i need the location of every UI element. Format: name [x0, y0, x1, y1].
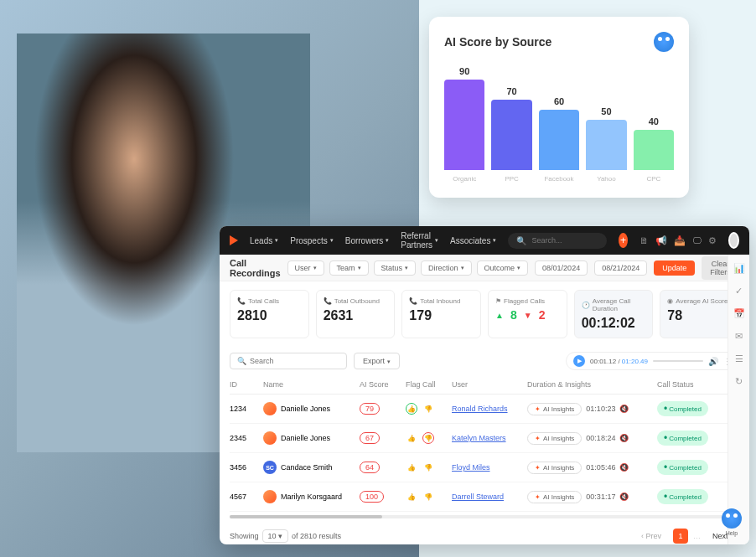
stat-inbound: 📞Total Inbound 179	[401, 290, 481, 338]
thumbs-down-icon[interactable]: 👎	[422, 432, 434, 444]
page-size-select[interactable]: 10 ▾	[262, 529, 289, 543]
thumbs-up-icon[interactable]: 👍	[406, 432, 417, 444]
ai-score-chart-card: AI Score by Source 90 Organic 70 PPC 60 …	[429, 17, 689, 198]
user-avatar[interactable]	[728, 232, 739, 249]
date-to-filter[interactable]: 08/21/2024	[594, 260, 647, 276]
user-link[interactable]: Floyd Miles	[452, 463, 490, 472]
search-icon: 🔍	[237, 357, 246, 365]
chevron-down-icon: ▾	[275, 237, 278, 244]
right-sidebar: 📊 ✓ 📅 ✉ ☰ ↻	[728, 255, 749, 544]
phone-icon: 📞	[237, 297, 246, 305]
stat-flagged: ⚑Flagged Calls ▲8 ▼2	[488, 290, 567, 338]
row-name: Danielle Jones	[263, 402, 360, 415]
stat-total-calls: 📞Total Calls 2810	[230, 290, 309, 338]
row-name: SCCandace Smith	[263, 461, 360, 474]
play-button[interactable]: ▶	[573, 355, 585, 367]
chart-bar: 40 CPC	[634, 116, 674, 183]
thumbs-down-icon[interactable]: 👎	[422, 462, 434, 473]
update-button[interactable]: Update	[654, 260, 695, 276]
nav-item[interactable]: Associates ▾	[450, 231, 496, 250]
thumbs-down-icon[interactable]: 👎	[422, 491, 434, 503]
global-search[interactable]: 🔍	[508, 233, 607, 249]
add-button[interactable]: +	[619, 233, 627, 248]
ai-insights-button[interactable]: AI Insights	[527, 462, 582, 474]
ai-insights-button[interactable]: AI Insights	[527, 403, 582, 415]
nav-item[interactable]: Leads ▾	[250, 231, 278, 250]
check-icon[interactable]: ✓	[735, 286, 743, 297]
filter-status[interactable]: Status ▾	[374, 260, 417, 276]
flag-icon: ⚑	[495, 297, 501, 305]
chart-bar: 70 PPC	[491, 86, 531, 183]
nav-item[interactable]: Borrowers ▾	[345, 231, 390, 250]
duration-text: 01:10:23	[586, 405, 615, 413]
table-header: ID Name AI Score Flag Call User Duration…	[230, 375, 739, 395]
row-id: 2345	[230, 434, 263, 442]
status-badge: Completed	[657, 431, 708, 446]
bot-icon	[722, 508, 742, 529]
chevron-down-icon: ▾	[461, 265, 464, 271]
app-header: Leads ▾Prospects ▾Borrowers ▾Referral Pa…	[220, 226, 749, 255]
speaker-icon[interactable]: 🔇	[619, 493, 629, 501]
table-row: 2345 Danielle Jones 67 👍👎 Katelyn Master…	[230, 424, 739, 453]
filter-outcome[interactable]: Outcome ▾	[477, 260, 529, 276]
filter-direction[interactable]: Direction ▾	[421, 260, 472, 276]
search-input[interactable]	[531, 236, 598, 245]
audio-player: ▶ 00:01.12 / 01:20.49 🔊 ⋮	[566, 352, 739, 370]
monitor-icon[interactable]: 🖵	[692, 235, 702, 246]
stat-avg-duration: 🕐Average Call Duration 00:12:02	[574, 290, 654, 338]
user-link[interactable]: Darrell Steward	[452, 493, 504, 501]
thumbs-up-icon[interactable]: 👍	[406, 403, 417, 415]
ai-insights-button[interactable]: AI Insights	[527, 491, 582, 503]
status-badge: Completed	[657, 489, 708, 504]
chevron-down-icon: ▾	[358, 265, 361, 271]
audio-progress[interactable]	[653, 360, 703, 362]
filter-team[interactable]: Team ▾	[329, 260, 369, 276]
row-id: 4567	[230, 493, 263, 501]
search-icon: 🔍	[516, 236, 526, 245]
volume-icon[interactable]: 🔊	[708, 357, 718, 366]
thumbs-down-icon[interactable]: 👎	[422, 403, 434, 415]
date-from-filter[interactable]: 08/01/2024	[535, 260, 588, 276]
thumbs-up-icon[interactable]: 👍	[406, 462, 417, 473]
chevron-down-icon: ▾	[313, 265, 317, 271]
filter-user[interactable]: User ▾	[287, 260, 324, 276]
inbox-icon[interactable]: 📥	[674, 235, 686, 246]
bot-icon	[654, 32, 674, 52]
chart-bar: 50 Yahoo	[586, 106, 626, 183]
stats-row: 📞Total Calls 2810 📞Total Outbound 2631 📞…	[220, 281, 749, 347]
page-number[interactable]: 1	[673, 529, 688, 544]
nav-item[interactable]: Prospects ▾	[290, 231, 333, 250]
user-link[interactable]: Katelyn Masters	[452, 434, 506, 442]
gear-icon[interactable]: ⚙	[708, 235, 717, 246]
table-search[interactable]: 🔍	[230, 353, 347, 369]
nav-item[interactable]: Referral Partners ▾	[401, 231, 438, 250]
avatar: SC	[263, 461, 277, 474]
thumbs-up-icon[interactable]: 👍	[406, 491, 417, 503]
header-actions: 🗎 📢 📥 🖵 ⚙	[639, 235, 717, 246]
speaker-icon[interactable]: 🔇	[619, 434, 629, 442]
chevron-down-icon: ▾	[386, 237, 389, 244]
help-widget[interactable]: Help	[721, 508, 743, 536]
speaker-icon[interactable]: 🔇	[619, 463, 629, 472]
ai-score-pill: 79	[360, 403, 380, 415]
user-link[interactable]: Ronald Richards	[452, 405, 508, 413]
chart-icon[interactable]: 📊	[733, 263, 745, 274]
audio-time: 00:01.12 / 01:20.49	[590, 358, 648, 365]
duration-text: 00:18:24	[586, 434, 615, 442]
phone-in-icon: 📞	[409, 297, 417, 305]
calendar-icon[interactable]: 📅	[733, 308, 745, 319]
prev-button[interactable]: ‹ Prev	[634, 529, 668, 543]
ai-insights-button[interactable]: AI Insights	[527, 432, 582, 445]
row-name: Marilyn Korsgaard	[263, 490, 360, 503]
list-icon[interactable]: ☰	[735, 353, 743, 364]
table-search-input[interactable]	[250, 357, 339, 365]
mail-icon[interactable]: ✉	[735, 331, 743, 342]
refresh-icon[interactable]: ↻	[735, 376, 743, 387]
speaker-icon[interactable]: 🔇	[619, 405, 629, 413]
table-row: 3456 SCCandace Smith 64 👍👎 Floyd Miles A…	[230, 453, 739, 482]
doc-icon[interactable]: 🗎	[639, 235, 649, 246]
megaphone-icon[interactable]: 📢	[655, 235, 667, 246]
horizontal-scrollbar[interactable]	[230, 515, 739, 518]
logo-icon	[230, 235, 238, 245]
export-button[interactable]: Export ▾	[354, 353, 400, 369]
